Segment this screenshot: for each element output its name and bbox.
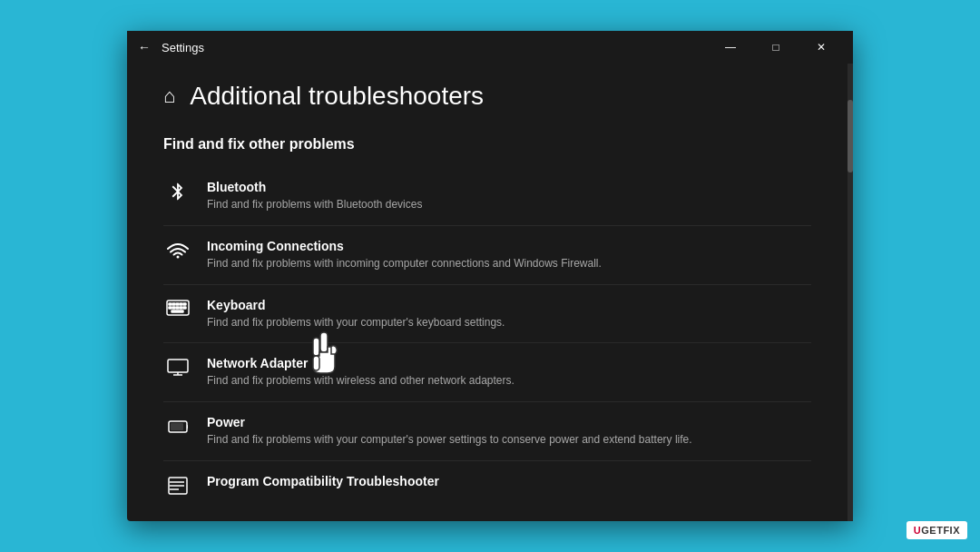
power-text: Power Find and fix problems with your co…: [207, 415, 811, 448]
svg-rect-7: [169, 307, 172, 309]
program-compatibility-text: Program Compatibility Troubleshooter: [207, 474, 811, 491]
svg-rect-17: [170, 362, 186, 370]
window-controls: — □ ✕: [710, 33, 842, 62]
svg-rect-9: [176, 307, 179, 309]
svg-point-27: [170, 488, 172, 490]
keyboard-name: Keyboard: [207, 298, 811, 312]
title-bar: ← Settings — □ ✕: [127, 31, 853, 64]
svg-point-26: [170, 485, 172, 487]
program-compatibility-name: Program Compatibility Troubleshooter: [207, 474, 811, 488]
svg-rect-4: [176, 303, 179, 305]
bluetooth-desc: Find and fix problems with Bluetooth dev…: [207, 197, 811, 212]
svg-rect-19: [171, 423, 183, 430]
network-adapter-text: Network Adapter Find and fix problems wi…: [207, 356, 811, 389]
program-compatibility-icon: [163, 476, 192, 496]
keyboard-icon: [163, 300, 192, 316]
close-button[interactable]: ✕: [800, 33, 842, 62]
keyboard-text: Keyboard Find and fix problems with your…: [207, 298, 811, 330]
power-icon: [163, 417, 192, 437]
svg-point-25: [170, 481, 172, 483]
list-item[interactable]: Keyboard Find and fix problems with your…: [163, 285, 811, 344]
page-title: Additional troubleshooters: [190, 82, 484, 111]
scrollbar-thumb[interactable]: [848, 100, 853, 172]
svg-rect-11: [183, 307, 186, 309]
svg-rect-12: [172, 310, 183, 312]
network-adapter-desc: Find and fix problems with wireless and …: [207, 373, 811, 389]
power-name: Power: [207, 415, 811, 429]
window-title: Settings: [162, 41, 710, 54]
list-item[interactable]: Bluetooth Find and fix problems with Blu…: [163, 167, 811, 226]
scrollbar-track[interactable]: [848, 64, 853, 521]
troubleshooter-list: Bluetooth Find and fix problems with Blu…: [163, 167, 811, 508]
watermark: UGETFIX: [906, 521, 967, 539]
content-area: ⌂ Additional troubleshooters Find and fi…: [127, 64, 853, 521]
list-item[interactable]: Program Compatibility Troubleshooter: [163, 461, 811, 508]
incoming-connections-desc: Find and fix problems with incoming comp…: [207, 256, 811, 271]
svg-rect-8: [172, 307, 175, 309]
svg-rect-3: [172, 303, 175, 305]
incoming-connections-icon: [163, 241, 192, 261]
svg-rect-13: [168, 360, 188, 372]
keyboard-desc: Find and fix problems with your computer…: [207, 315, 811, 330]
bluetooth-text: Bluetooth Find and fix problems with Blu…: [207, 180, 811, 212]
main-content: ⌂ Additional troubleshooters Find and fi…: [127, 64, 848, 521]
svg-point-0: [177, 255, 180, 258]
settings-window: ← Settings — □ ✕ ⌂ Additional troublesho…: [127, 31, 853, 521]
list-item[interactable]: Network Adapter Find and fix problems wi…: [163, 343, 811, 402]
incoming-connections-text: Incoming Connections Find and fix proble…: [207, 239, 811, 271]
back-button[interactable]: ←: [138, 40, 151, 54]
section-title: Find and fix other problems: [163, 136, 811, 153]
watermark-text: GETFIX: [921, 525, 960, 536]
list-item[interactable]: Incoming Connections Find and fix proble…: [163, 226, 811, 285]
bluetooth-name: Bluetooth: [207, 180, 811, 194]
svg-rect-5: [180, 303, 182, 305]
network-adapter-name: Network Adapter: [207, 356, 811, 370]
svg-rect-20: [187, 425, 188, 429]
network-adapter-icon: [163, 358, 192, 378]
incoming-connections-name: Incoming Connections: [207, 239, 811, 253]
power-desc: Find and fix problems with your computer…: [207, 432, 811, 448]
maximize-button[interactable]: □: [755, 33, 797, 62]
page-header: ⌂ Additional troubleshooters: [163, 82, 811, 111]
svg-rect-2: [169, 303, 172, 305]
list-item[interactable]: Power Find and fix problems with your co…: [163, 402, 811, 461]
minimize-button[interactable]: —: [710, 33, 751, 62]
bluetooth-icon: [163, 182, 192, 202]
svg-rect-6: [183, 303, 186, 305]
svg-rect-10: [180, 307, 182, 309]
watermark-u: U: [914, 525, 921, 536]
home-icon: ⌂: [163, 84, 175, 108]
